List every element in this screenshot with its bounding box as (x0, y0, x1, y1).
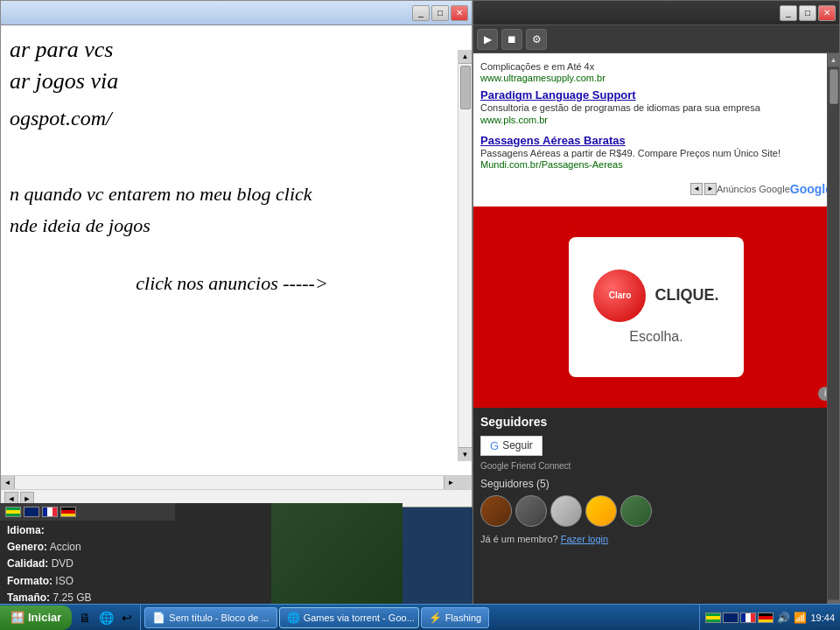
claro-logo-area: Claro CLIQUE. (593, 270, 718, 322)
title-bar-left: _ □ ✕ (1, 1, 472, 25)
ad-link-1[interactable]: Paradigm Language Support (480, 88, 832, 102)
tamanio-label: Tamaño: (7, 592, 50, 604)
google-friend-connect: Google Friend Connect (480, 461, 832, 471)
blog-url: ogspot.com/ (10, 107, 454, 130)
notepad-label: Sem título - Bloco de ... (169, 612, 269, 623)
seguidores-section: Seguidores G Seguir Google Friend Connec… (473, 408, 839, 551)
right-window: _ □ ✕ ▶ ⏹ ⚙ Complicações e em Até 4x www… (472, 0, 840, 612)
ad-desc-2: Passagens Aéreas a partir de R$49. Compa… (480, 147, 832, 159)
scroll-up-arrow[interactable]: ▲ (458, 50, 472, 64)
minimize-button-left[interactable]: _ (412, 5, 430, 21)
tray-flag-fr (740, 612, 756, 623)
video-thumbnail (271, 503, 402, 604)
quick-launch: 🖥 🌐 ↩ (72, 605, 141, 630)
ad-desc-1: Consultoria e gestão de programas de idi… (480, 102, 832, 114)
avatar-5 (620, 495, 652, 527)
seguir-button[interactable]: G Seguir (480, 436, 542, 456)
fazer-login-link[interactable]: Fazer login (561, 534, 608, 544)
ads-prefix-url: www.ultragamesupply.com.br (480, 73, 832, 83)
right-scroll-thumb[interactable] (830, 69, 838, 104)
right-scroll-up[interactable]: ▲ (828, 53, 839, 67)
formato-value: ISO (55, 575, 74, 587)
calidad-row: Calidad: DVD (7, 556, 264, 572)
ja-membro-label: Já é um membro? (480, 534, 558, 544)
genero-label: Genero: (7, 541, 47, 553)
start-button[interactable]: 🪟 Iniciar (0, 606, 72, 630)
ie-btn[interactable]: 🌐 (96, 608, 116, 627)
google-logo: Google (790, 182, 832, 196)
h-scrollbar[interactable]: ◄ ► (1, 475, 472, 489)
video-info-panel: Idioma: Genero: Accion Calidad: DVD Form… (0, 503, 402, 604)
flash-icon: ⚡ (429, 612, 442, 624)
flag-uk (24, 507, 39, 517)
blog-click: n quando vc entarem no meu blog click (10, 183, 454, 206)
tray-flags (705, 612, 774, 623)
ad-item-1: Paradigm Language Support Consultoria e … (480, 88, 832, 124)
idioma-label: Idioma: (7, 524, 45, 536)
play-button[interactable]: ▶ (477, 29, 498, 50)
calidad-value: DVD (52, 557, 74, 570)
avatar-1 (480, 495, 512, 527)
scroll-thumb[interactable] (460, 66, 471, 109)
scroll-left-arrow[interactable]: ◄ (1, 476, 15, 489)
media-btn-2[interactable]: ⚙ (526, 29, 547, 50)
ad-next-btn[interactable]: ► (704, 183, 717, 195)
maximize-button-right[interactable]: □ (799, 5, 816, 21)
back-btn[interactable]: ↩ (117, 608, 136, 627)
system-time: 19:44 (810, 612, 835, 623)
ad-prev-btn[interactable]: ◄ (690, 183, 703, 195)
tray-flag-br (705, 612, 721, 623)
close-button-right[interactable]: ✕ (818, 5, 836, 21)
start-icon: 🪟 (10, 611, 24, 624)
right-content: Complicações e em Até 4x www.ultragamesu… (473, 53, 839, 612)
google-ads-footer: ◄ ► Anúncios Google Google (480, 178, 832, 200)
network-icon[interactable]: 📶 (794, 612, 807, 624)
claro-circle-text: Claro (609, 290, 632, 300)
maximize-button-left[interactable]: □ (431, 5, 449, 21)
right-window-scrollbar[interactable]: ▲ ▼ (827, 53, 839, 613)
seguidores-count: Seguidores (5) (480, 478, 832, 490)
flag-france (42, 507, 58, 517)
close-button-left[interactable]: ✕ (451, 5, 468, 21)
show-desktop-btn[interactable]: 🖥 (75, 608, 94, 627)
scrollbar-corner (458, 476, 472, 490)
ja-membro-text: Já é um membro? Fazer login (480, 534, 832, 544)
browser-label: Games via torrent - Goo... (304, 612, 415, 623)
calidad-label: Calidad: (7, 557, 48, 570)
browser-icon: 🌐 (287, 612, 300, 624)
genero-row: Genero: Accion (7, 539, 264, 556)
claro-escolha-text: Escolha. (629, 329, 682, 345)
taskbar-item-notepad[interactable]: 📄 Sem título - Bloco de ... (144, 607, 276, 628)
claro-banner[interactable]: Claro CLIQUE. Escolha. i (473, 206, 839, 408)
left-scrollbar[interactable]: ▲ ▼ (458, 50, 472, 461)
tamanio-value: 7.25 GB (52, 592, 91, 604)
claro-circle-logo: Claro (593, 270, 646, 322)
claro-text-area: CLIQUE. (654, 286, 718, 304)
avatar-row (480, 495, 832, 527)
scroll-right-arrow[interactable]: ► (444, 476, 458, 489)
win-controls-right: _ □ ✕ (780, 5, 836, 21)
start-label: Iniciar (28, 611, 61, 624)
ads-prefix-text: Complicações e em Até 4x (480, 60, 832, 73)
seguidores-title: Seguidores (480, 415, 832, 429)
ad-link-2[interactable]: Passagens Aéreas Baratas (480, 134, 832, 147)
blog-anuncios: click nos anuncios -----> (10, 272, 454, 295)
left-window: _ □ ✕ ar para vcs ar jogos via ogspot.co… (0, 0, 472, 508)
seguir-label: Seguir (502, 439, 533, 452)
toolbar-right: ▶ ⏹ ⚙ (473, 25, 839, 53)
system-tray: 🔊 📶 19:44 (699, 605, 840, 630)
blog-line-2: ar jogos via (10, 66, 454, 97)
avatar-2 (515, 495, 547, 527)
media-btn-1[interactable]: ⏹ (501, 29, 522, 50)
scroll-down-arrow[interactable]: ▼ (458, 447, 472, 461)
taskbar-item-browser[interactable]: 🌐 Games via torrent - Goo... (279, 607, 419, 628)
anuncios-google-text: Anúncios Google (717, 184, 790, 194)
ad-url-2: Mundi.com.br/Passagens-Aereas (480, 159, 832, 170)
volume-icon[interactable]: 🔊 (777, 612, 790, 624)
taskbar: 🪟 Iniciar 🖥 🌐 ↩ 📄 Sem título - Bloco de … (0, 604, 840, 630)
win-controls-left: _ □ ✕ (412, 5, 468, 21)
taskbar-item-flashing[interactable]: ⚡ Flashing (421, 607, 490, 628)
tray-flag-de (758, 612, 774, 623)
minimize-button-right[interactable]: _ (780, 5, 797, 21)
genero-value: Accion (50, 541, 81, 553)
